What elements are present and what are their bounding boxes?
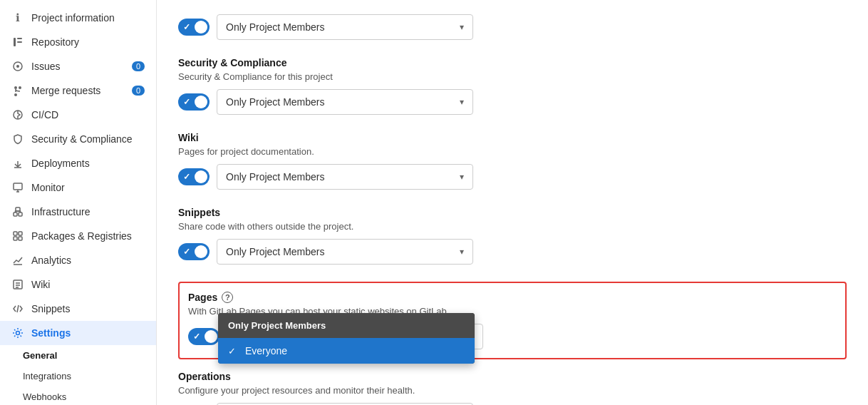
- snippets-desc: Share code with others outside the proje…: [178, 221, 847, 232]
- sidebar-item-label: Monitor: [31, 182, 65, 193]
- sidebar-item-packages-registries[interactable]: Packages & Registries: [0, 224, 156, 248]
- sidebar-item-label: Deployments: [31, 158, 90, 169]
- sidebar-item-label: Analytics: [31, 255, 71, 266]
- snippets-dropdown-arrow: ▾: [460, 247, 464, 257]
- operations-desc: Configure your project resources and mon…: [178, 385, 847, 396]
- sidebar-sub-item-label: Webhooks: [23, 391, 66, 402]
- monitor-icon: [11, 181, 24, 194]
- everyone-check-icon: ✓: [228, 346, 239, 357]
- security-compliance-dropdown-value: Only Project Members: [226, 96, 324, 108]
- security-compliance-toggle[interactable]: ✓: [178, 93, 210, 111]
- sidebar-sub-item-webhooks[interactable]: Webhooks: [0, 386, 156, 405]
- project-information-icon: ℹ: [11, 11, 24, 24]
- operations-title: Operations: [178, 371, 847, 382]
- cicd-icon: [11, 108, 24, 121]
- analytics-icon: [11, 254, 24, 267]
- snippets-toggle-track[interactable]: ✓: [178, 243, 210, 260]
- sidebar-item-deployments[interactable]: Deployments: [0, 151, 156, 175]
- sidebar-item-label: Wiki: [31, 279, 50, 290]
- svg-rect-0: [14, 38, 16, 46]
- wiki-dropdown-value: Only Project Members: [226, 171, 324, 183]
- sidebar-item-repository[interactable]: Repository: [0, 30, 156, 54]
- security-compliance-desc: Security & Compliance for this project: [178, 71, 847, 82]
- snippets-toggle[interactable]: ✓: [178, 243, 210, 260]
- sidebar-item-merge-requests[interactable]: Merge requests 0: [0, 78, 156, 103]
- svg-rect-2: [17, 41, 22, 43]
- wiki-dropdown-arrow: ▾: [460, 172, 464, 182]
- merge-requests-icon: [11, 84, 24, 97]
- pages-section: Pages ? With GitLab Pages you can host y…: [178, 282, 847, 359]
- svg-rect-7: [14, 212, 17, 216]
- top-toggle-track[interactable]: ✓: [178, 19, 210, 36]
- pages-dropdown-option-everyone[interactable]: ✓ Everyone: [218, 338, 475, 364]
- pages-dropdown-popup: Only Project Members ✓ Everyone: [218, 313, 475, 364]
- sidebar-item-settings[interactable]: Settings: [0, 321, 156, 345]
- sidebar-item-cicd[interactable]: CI/CD: [0, 103, 156, 127]
- sidebar-item-label: Security & Compliance: [31, 133, 133, 145]
- deployments-icon: [11, 157, 24, 170]
- snippets-icon: [11, 302, 24, 315]
- sidebar-item-label: Repository: [31, 36, 79, 48]
- sidebar-sub-item-label: General: [23, 350, 57, 361]
- sidebar-item-label: Packages & Registries: [31, 230, 132, 242]
- security-compliance-dropdown[interactable]: Only Project Members ▾: [217, 89, 473, 115]
- sidebar-item-project-information[interactable]: ℹ Project information: [0, 6, 156, 30]
- top-dropdown-arrow: ▾: [460, 22, 464, 32]
- merge-requests-badge: 0: [132, 86, 145, 96]
- sidebar-item-label: Snippets: [31, 303, 70, 314]
- settings-icon: [11, 327, 24, 339]
- sidebar-item-label: Settings: [31, 327, 71, 339]
- wiki-toggle-track[interactable]: ✓: [178, 168, 210, 185]
- wiki-icon: [11, 278, 24, 291]
- infrastructure-icon: [11, 205, 24, 218]
- svg-point-4: [16, 65, 19, 68]
- snippets-dropdown-value: Only Project Members: [226, 246, 324, 257]
- top-dropdown[interactable]: Only Project Members ▾: [217, 14, 473, 40]
- wiki-title: Wiki: [178, 132, 847, 143]
- issues-badge: 0: [132, 61, 145, 71]
- packages-registries-icon: [11, 230, 24, 242]
- svg-rect-13: [19, 237, 22, 240]
- svg-point-14: [16, 332, 20, 335]
- top-toggle-check: ✓: [183, 22, 190, 32]
- operations-section: Operations Configure your project resour…: [178, 371, 847, 405]
- svg-rect-10: [14, 232, 17, 235]
- security-compliance-section: Security & Compliance Security & Complia…: [178, 57, 847, 115]
- pages-help-icon[interactable]: ?: [222, 292, 233, 303]
- repository-icon: [11, 36, 24, 48]
- sidebar-sub-item-integrations[interactable]: Integrations: [0, 366, 156, 386]
- svg-rect-8: [19, 212, 22, 216]
- sidebar-item-infrastructure[interactable]: Infrastructure: [0, 200, 156, 224]
- issues-icon: [11, 60, 24, 73]
- snippets-section: Snippets Share code with others outside …: [178, 207, 847, 265]
- snippets-toggle-check: ✓: [183, 247, 190, 257]
- security-compliance-toggle-track[interactable]: ✓: [178, 93, 210, 111]
- sidebar-item-analytics[interactable]: Analytics: [0, 248, 156, 272]
- wiki-toggle[interactable]: ✓: [178, 168, 210, 185]
- security-compliance-icon: [11, 133, 24, 145]
- sidebar-item-issues[interactable]: Issues 0: [0, 54, 156, 78]
- top-control-row: ✓ Only Project Members ▾: [178, 14, 847, 40]
- wiki-control-row: ✓ Only Project Members ▾: [178, 164, 847, 190]
- sidebar-item-monitor[interactable]: Monitor: [0, 175, 156, 200]
- wiki-dropdown[interactable]: Only Project Members ▾: [217, 164, 473, 190]
- main-content: ✓ Only Project Members ▾ Security & Comp…: [157, 0, 868, 405]
- sidebar-sub-item-label: Integrations: [23, 371, 71, 381]
- top-toggle[interactable]: ✓: [178, 19, 210, 36]
- sidebar-item-snippets[interactable]: Snippets: [0, 297, 156, 321]
- sidebar-item-label: Merge requests: [31, 85, 100, 96]
- svg-rect-6: [14, 183, 22, 190]
- pages-toggle-track[interactable]: ✓: [188, 328, 219, 345]
- security-compliance-control-row: ✓ Only Project Members ▾: [178, 89, 847, 115]
- sidebar-item-wiki[interactable]: Wiki: [0, 272, 156, 297]
- wiki-desc: Pages for project documentation.: [178, 146, 847, 157]
- snippets-dropdown[interactable]: Only Project Members ▾: [217, 239, 473, 265]
- pages-dropdown-popup-header: Only Project Members: [218, 313, 475, 338]
- svg-rect-12: [14, 237, 17, 240]
- sidebar-sub-item-general[interactable]: General: [0, 345, 156, 366]
- pages-toggle[interactable]: ✓: [188, 328, 219, 345]
- sidebar-item-label: Infrastructure: [31, 206, 90, 217]
- sidebar-item-label: Project information: [31, 12, 115, 24]
- snippets-title: Snippets: [178, 207, 847, 218]
- sidebar-item-security-compliance[interactable]: Security & Compliance: [0, 127, 156, 151]
